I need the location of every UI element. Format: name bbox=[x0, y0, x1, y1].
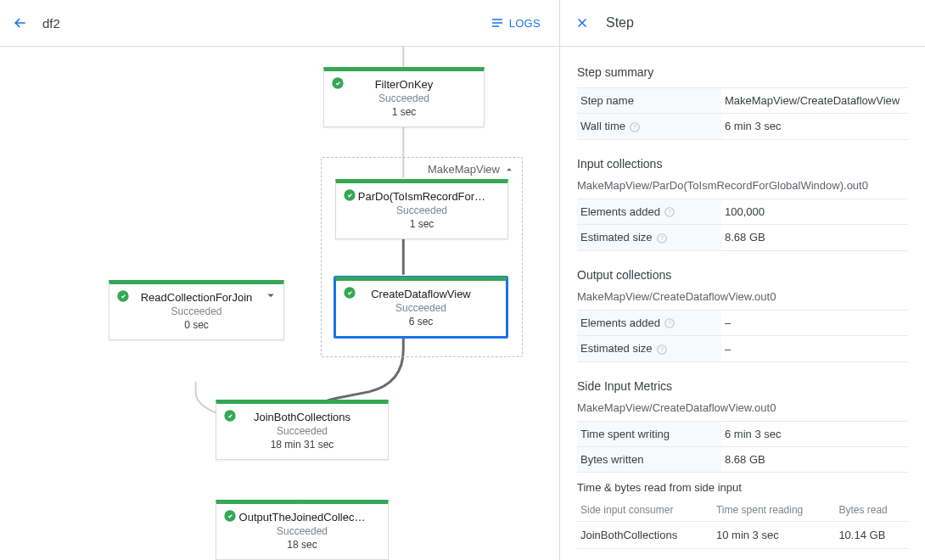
value-estimated-size: 8.68 GB bbox=[721, 225, 908, 251]
value-step-name: MakeMapView/CreateDataflowView bbox=[721, 88, 908, 114]
svg-point-3 bbox=[117, 290, 128, 301]
logs-button[interactable]: LOGS bbox=[482, 11, 549, 35]
graph-pane: df2 LOGS MakeMapView bbox=[0, 0, 560, 560]
output-collection-name: MakeMapView/CreateDataflowView.out0 bbox=[577, 290, 908, 303]
node-status: Succeeded bbox=[334, 92, 474, 104]
node-filteronkey[interactable]: FilterOnKey Succeeded 1 sec bbox=[323, 67, 485, 127]
node-pardo[interactable]: ParDo(ToIsmRecordFor… Succeeded 1 sec bbox=[335, 179, 508, 239]
right-header: Step bbox=[560, 0, 925, 47]
col-consumer: Side input consumer bbox=[577, 499, 713, 522]
svg-text:?: ? bbox=[668, 209, 671, 215]
label-estimated-size: Estimated size bbox=[580, 231, 653, 244]
check-icon bbox=[116, 289, 130, 303]
check-icon bbox=[223, 509, 237, 523]
node-time: 1 sec bbox=[346, 218, 497, 230]
node-time: 6 sec bbox=[346, 316, 496, 328]
summary-table: Step name MakeMapView/CreateDataflowView… bbox=[577, 87, 908, 140]
col-bytes: Bytes read bbox=[835, 499, 908, 522]
node-status: Succeeded bbox=[120, 305, 273, 317]
check-icon bbox=[343, 286, 356, 300]
svg-point-2 bbox=[344, 287, 355, 298]
cell-consumer: JoinBothCollections bbox=[577, 521, 713, 548]
section-input-collections: Input collections bbox=[577, 157, 908, 171]
input-collection-name: MakeMapView/ParDo(ToIsmRecordForGlobalWi… bbox=[577, 179, 908, 192]
graph-canvas[interactable]: MakeMapView FilterOnKey Succeeded 1 sec … bbox=[0, 47, 559, 560]
node-title: JoinBothCollections bbox=[227, 411, 378, 423]
label-out-estimated-size: Estimated size bbox=[580, 342, 653, 355]
node-title: OutputTheJoinedCollec… bbox=[227, 511, 378, 524]
chevron-up-icon bbox=[503, 164, 515, 176]
node-status: Succeeded bbox=[227, 425, 378, 437]
section-step-summary: Step summary bbox=[577, 65, 908, 79]
close-icon[interactable] bbox=[574, 14, 591, 31]
label-out-elements-added: Elements added bbox=[580, 316, 660, 329]
label-elements-added: Elements added bbox=[580, 205, 660, 218]
chevron-down-icon[interactable] bbox=[263, 288, 278, 303]
svg-point-5 bbox=[224, 510, 235, 521]
svg-text:?: ? bbox=[660, 235, 664, 241]
label-time-writing: Time spent writing bbox=[580, 428, 670, 440]
value-out-estimated-size: – bbox=[721, 336, 908, 362]
panel-title: Step bbox=[606, 15, 634, 31]
side-read-heading: Time & bytes read from side input bbox=[577, 481, 908, 494]
svg-text:?: ? bbox=[660, 346, 664, 352]
svg-point-4 bbox=[224, 410, 235, 421]
left-header: df2 LOGS bbox=[0, 0, 559, 47]
value-elements-added: 100,000 bbox=[721, 199, 908, 225]
label-bytes-written: Bytes written bbox=[580, 453, 643, 466]
composite-label: MakeMapView bbox=[428, 163, 500, 176]
col-time: Time spent reading bbox=[713, 499, 835, 522]
node-status: Succeeded bbox=[346, 204, 497, 216]
node-outputjoined[interactable]: OutputTheJoinedCollec… Succeeded 18 sec bbox=[216, 500, 389, 560]
svg-point-0 bbox=[332, 77, 343, 88]
svg-point-1 bbox=[344, 189, 355, 200]
check-icon bbox=[223, 409, 237, 423]
node-title: ParDo(ToIsmRecordFor… bbox=[346, 190, 497, 203]
help-icon[interactable]: ? bbox=[656, 232, 668, 244]
details-body: Step summary Step name MakeMapView/Creat… bbox=[560, 47, 925, 560]
svg-text:?: ? bbox=[668, 321, 671, 327]
side-collection-name: MakeMapView/CreateDataflowView.out0 bbox=[577, 401, 908, 414]
job-name: df2 bbox=[42, 16, 60, 31]
node-joinbothcollections[interactable]: JoinBothCollections Succeeded 18 min 31 … bbox=[216, 400, 389, 460]
side-table: Time spent writing 6 min 3 sec Bytes wri… bbox=[577, 421, 908, 473]
cell-time: 10 min 3 sec bbox=[713, 521, 835, 548]
node-time: 18 sec bbox=[227, 539, 378, 551]
check-icon bbox=[343, 188, 356, 202]
help-icon[interactable]: ? bbox=[656, 344, 668, 356]
value-wall-time: 6 min 3 sec bbox=[721, 114, 908, 140]
node-title: CreateDataflowView bbox=[346, 288, 496, 300]
table-row: JoinBothCollections 10 min 3 sec 10.14 G… bbox=[577, 521, 908, 548]
logs-icon bbox=[491, 16, 504, 30]
node-time: 0 sec bbox=[120, 319, 273, 331]
node-time: 18 min 31 sec bbox=[227, 439, 378, 451]
value-out-elements-added: – bbox=[721, 310, 908, 336]
details-pane: Step Step summary Step name MakeMapView/… bbox=[560, 0, 925, 560]
composite-header[interactable]: MakeMapView bbox=[428, 163, 515, 176]
section-output-collections: Output collections bbox=[577, 268, 908, 282]
value-bytes-written: 8.68 GB bbox=[721, 446, 908, 472]
back-arrow-icon[interactable] bbox=[10, 13, 31, 33]
node-status: Succeeded bbox=[227, 525, 378, 537]
help-icon[interactable]: ? bbox=[664, 317, 676, 329]
node-createdataflowview[interactable]: CreateDataflowView Succeeded 6 sec bbox=[334, 277, 507, 338]
label-step-name: Step name bbox=[580, 94, 634, 107]
node-status: Succeeded bbox=[346, 302, 496, 314]
side-read-table: Side input consumer Time spent reading B… bbox=[577, 499, 908, 549]
label-wall-time: Wall time bbox=[580, 120, 625, 132]
svg-text:?: ? bbox=[633, 124, 636, 130]
section-side-input: Side Input Metrics bbox=[577, 379, 908, 393]
cell-bytes: 10.14 GB bbox=[835, 521, 908, 548]
value-time-writing: 6 min 3 sec bbox=[721, 421, 908, 446]
node-time: 1 sec bbox=[334, 106, 474, 118]
node-readcollectionforjoin[interactable]: ReadCollectionForJoin Succeeded 0 sec bbox=[109, 280, 284, 340]
logs-label: LOGS bbox=[509, 17, 541, 30]
output-table: Elements added? – Estimated size? – bbox=[577, 310, 908, 362]
help-icon[interactable]: ? bbox=[629, 121, 641, 133]
node-title: ReadCollectionForJoin bbox=[120, 291, 273, 304]
input-table: Elements added? 100,000 Estimated size? … bbox=[577, 199, 908, 251]
node-title: FilterOnKey bbox=[334, 78, 474, 91]
help-icon[interactable]: ? bbox=[664, 206, 676, 218]
check-icon bbox=[331, 76, 345, 90]
